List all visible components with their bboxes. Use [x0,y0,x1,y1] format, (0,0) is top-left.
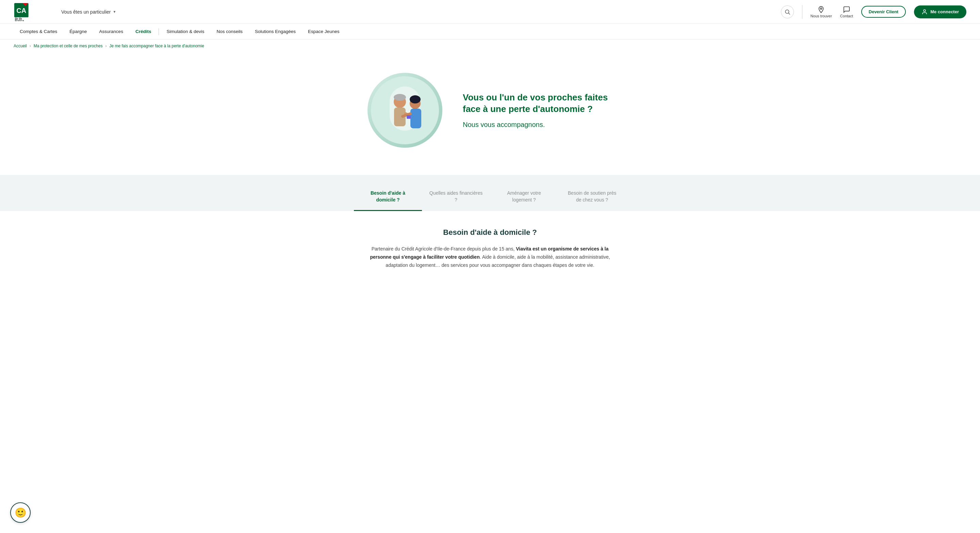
header-actions: Nous trouver Contact Devenir Client Me c… [781,5,966,19]
content-text: Partenaire du Crédit Agricole d'Ile-de-F… [361,245,619,269]
hero-section: Vous ou l'un de vos proches faites face … [0,53,980,175]
search-button[interactable] [781,5,794,18]
breadcrumb-parent[interactable]: Ma protection et celle de mes proches [34,44,103,48]
user-selector[interactable]: Vous êtes un particulier ▼ [61,9,116,14]
svg-text:CA: CA [16,7,26,14]
logo[interactable]: CA Ile de France [14,2,48,21]
hero-title: Vous ou l'un de vos proches faites face … [463,92,612,115]
svg-point-17 [410,95,421,103]
nav-item-credits[interactable]: Crédits [129,24,158,40]
user-selector-label: Vous êtes un particulier [61,9,111,14]
svg-rect-20 [407,115,411,119]
chat-icon [843,6,850,13]
nav-item-jeunes[interactable]: Espace Jeunes [302,24,345,40]
nav-item-conseils[interactable]: Nos conseils [210,24,249,40]
location-pin-icon [817,6,825,13]
hero-subtitle: Nous vous accompagnons. [463,121,612,129]
svg-point-13 [394,94,406,101]
tabs-section: Besoin d'aide à domicile ? Quelles aides… [0,175,980,211]
tabs-row: Besoin d'aide à domicile ? Quelles aides… [354,185,626,211]
nav-item-epargne[interactable]: Épargne [63,24,93,40]
breadcrumb-home[interactable]: Accueil [14,44,27,48]
header: CA Ile de France Vous êtes un particulie… [0,0,980,24]
user-icon [921,9,928,15]
nav-item-solutions[interactable]: Solutions Engagées [249,24,302,40]
chevron-down-icon: ▼ [113,10,116,14]
me-connecter-button[interactable]: Me connecter [914,5,966,18]
breadcrumb-sep-2: › [105,44,107,48]
contact-action[interactable]: Contact [840,6,853,18]
nav-separator [159,28,159,35]
content-text-part1: Partenaire du Crédit Agricole d'Ile-de-F… [372,246,516,251]
nav-item-comptes[interactable]: Comptes & Cartes [14,24,63,40]
me-connecter-label: Me connecter [930,9,959,14]
tab-aide-domicile[interactable]: Besoin d'aide à domicile ? [354,185,422,211]
search-icon [784,9,791,15]
vertical-divider [802,5,802,19]
svg-point-8 [821,8,822,9]
find-us-action[interactable]: Nous trouver [811,6,832,18]
breadcrumb-sep-1: › [30,44,31,48]
nav-item-simulation[interactable]: Simulation & devis [160,24,210,40]
tab-amenager-logement[interactable]: Aménager votre logement ? [490,185,558,211]
svg-rect-18 [410,108,421,128]
svg-point-6 [785,10,789,14]
find-us-label: Nous trouver [811,14,832,18]
breadcrumb-current: Je me fais accompagner face à la perte d… [109,44,204,48]
content-title: Besoin d'aide à domicile ? [14,228,966,237]
svg-line-7 [788,13,790,14]
content-section: Besoin d'aide à domicile ? Partenaire du… [0,211,980,290]
breadcrumb: Accueil › Ma protection et celle de mes … [0,40,980,53]
navigation-bar: Comptes & Cartes Épargne Assurances Créd… [0,24,980,40]
tab-aides-financieres[interactable]: Quelles aides financières ? [422,185,490,211]
svg-point-9 [924,10,926,11]
hero-image-placeholder [368,73,442,148]
nav-item-assurances[interactable]: Assurances [93,24,129,40]
hero-text: Vous ou l'un de vos proches faites face … [463,92,612,129]
tab-soutien-pres[interactable]: Besoin de soutien près de chez vous ? [558,185,626,211]
hero-image [368,73,442,148]
contact-label: Contact [840,14,853,18]
svg-text:France: France [15,20,24,21]
devenir-client-button[interactable]: Devenir Client [861,6,906,18]
